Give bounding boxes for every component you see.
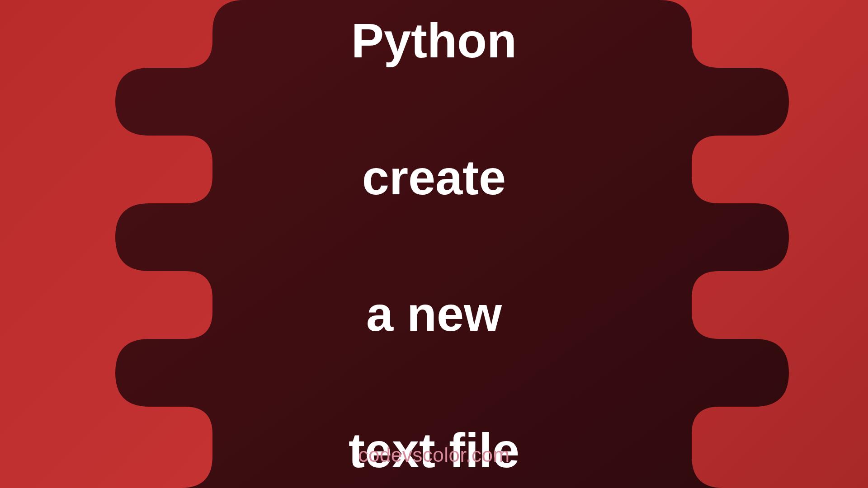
title-line-3: a new [366,286,502,341]
title-line-2: create [362,150,506,204]
main-title: Python create a new text file [349,0,519,484]
title-line-1: Python [351,13,517,68]
website-credit: codevscolor.com [358,444,509,466]
